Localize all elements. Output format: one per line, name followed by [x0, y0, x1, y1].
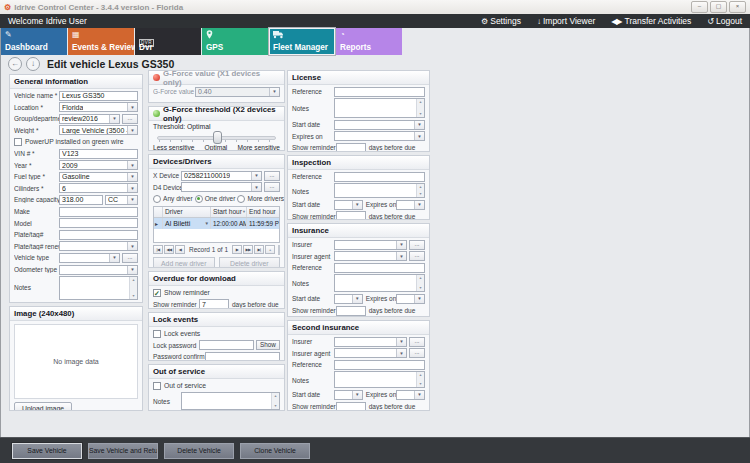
more-drivers-option[interactable]: More drivers — [237, 195, 285, 203]
scrollbar[interactable]: ▴▾ — [416, 184, 424, 197]
engine-capacity-input[interactable] — [59, 195, 103, 205]
x-device-select[interactable]: 025821100019▼ — [181, 171, 262, 181]
group-department-select[interactable]: review2016▼ — [59, 114, 120, 124]
general-notes-input[interactable]: ▴▾ — [59, 276, 138, 300]
inspection-reference-input[interactable] — [334, 172, 425, 182]
insurer-agent-browse-button[interactable]: ... — [409, 251, 425, 261]
logout-button[interactable]: ↺ Logout — [707, 16, 742, 26]
insurance-start-date-select[interactable]: ▼ — [334, 294, 363, 304]
second-insurance-reminder-input[interactable] — [336, 402, 366, 411]
plate-tag-input[interactable] — [59, 230, 138, 240]
inspection-reminder-input[interactable] — [336, 211, 366, 220]
weight-select[interactable]: Large Vehicle (3500 - 4500 pou...▼ — [59, 125, 138, 135]
driver-row[interactable]: ▸ Al Biletti▼ 12:00:00 AM 11:59:59 PM — [154, 218, 279, 229]
password-confirm-input[interactable] — [205, 352, 280, 361]
location-select[interactable]: Florida▼ — [59, 102, 138, 112]
d4-device-select[interactable]: ▼ — [181, 182, 262, 192]
nav-new-record-button[interactable]: + — [265, 245, 275, 254]
insurance-expires-select[interactable]: ▼ — [396, 294, 425, 304]
add-new-driver-button[interactable]: Add new driver — [153, 257, 215, 268]
cylinders-select[interactable]: 6▼ — [59, 183, 138, 193]
second-insurer-agent-browse-button[interactable]: ... — [409, 348, 425, 358]
insurance-notes-input[interactable]: ▴▾ — [334, 274, 425, 292]
fuel-type-select[interactable]: Gasoline▼ — [59, 172, 138, 182]
tab-fleet-manager[interactable]: Fleet Manager — [269, 28, 335, 55]
lock-password-input[interactable] — [199, 340, 254, 350]
overdue-reminder-input[interactable] — [199, 299, 229, 309]
model-input[interactable] — [59, 218, 138, 228]
back-button[interactable]: ← — [8, 57, 22, 71]
tab-gps[interactable]: GPS — [202, 28, 268, 55]
transfer-activities-button[interactable]: ◀▶ Transfer Activities — [611, 16, 691, 26]
nav-prev-page-button[interactable]: ◀◀ — [164, 245, 174, 254]
year-select[interactable]: 2009▼ — [59, 160, 138, 170]
save-vehicle-button[interactable]: Save Vehicle — [12, 443, 82, 459]
inspection-start-date-select[interactable]: ▼ — [334, 200, 363, 210]
make-input[interactable] — [59, 207, 138, 217]
out-of-service-checkbox[interactable] — [153, 382, 161, 390]
license-reference-input[interactable] — [334, 87, 425, 97]
nav-last-button[interactable]: ▶| — [254, 245, 264, 254]
plate-renewal-select[interactable]: ▼ — [59, 241, 138, 251]
filter-icon[interactable]: ▼ — [242, 209, 246, 214]
tab-dvr[interactable]: DVR Dvr — [135, 28, 201, 55]
scrollbar[interactable]: ▴▾ — [416, 372, 424, 387]
clone-vehicle-button[interactable]: Clone Vehicle — [240, 443, 310, 459]
settings-button[interactable]: ⚙ Settings — [481, 16, 521, 26]
license-start-date-select[interactable]: ▼ — [334, 120, 425, 130]
insurance-reference-input[interactable] — [334, 263, 425, 273]
second-insurer-agent-select[interactable]: ▼ — [334, 348, 407, 358]
scrollbar[interactable]: ▴▾ — [416, 99, 424, 117]
tab-events-reviews[interactable]: ▦ Events & Reviews — [68, 28, 134, 55]
scrollbar[interactable]: ▴▾ — [416, 275, 424, 291]
license-expires-select[interactable]: ▼ — [334, 131, 425, 141]
second-insurer-browse-button[interactable]: ... — [409, 337, 425, 347]
delete-vehicle-button[interactable]: Delete Vehicle — [164, 443, 234, 459]
delete-driver-button[interactable]: Delete driver — [219, 257, 281, 268]
show-password-button[interactable]: Show — [256, 340, 280, 350]
second-insurance-expires-select[interactable]: ▼ — [396, 390, 425, 400]
nav-next-button[interactable]: ▶ — [232, 245, 242, 254]
import-viewer-button[interactable]: ↓ Import Viewer — [537, 16, 595, 26]
any-driver-option[interactable]: Any driver — [153, 195, 195, 203]
vehicle-type-browse-button[interactable]: ... — [122, 253, 138, 263]
scroll-down-button[interactable]: ↓ — [26, 57, 40, 71]
odometer-type-select[interactable]: ▼ — [59, 265, 138, 275]
x-device-browse-button[interactable]: ... — [264, 171, 280, 181]
engine-unit-select[interactable]: CC▼ — [105, 195, 138, 205]
horizontal-scrollbar[interactable] — [278, 245, 280, 255]
nav-prev-button[interactable]: ◀ — [175, 245, 185, 254]
insurer-select[interactable]: ▼ — [334, 240, 407, 250]
lock-events-checkbox[interactable] — [153, 330, 161, 338]
minimize-button[interactable]: – — [691, 1, 708, 13]
scrollbar[interactable]: ▴▾ — [271, 393, 279, 409]
save-vehicle-return-button[interactable]: Save Vehicle and Return — [88, 443, 158, 459]
insurance-reminder-input[interactable] — [336, 306, 366, 316]
threshold-slider[interactable] — [157, 130, 276, 143]
group-browse-button[interactable]: ... — [122, 114, 138, 124]
one-driver-option[interactable]: One driver — [195, 195, 238, 203]
vehicle-type-select[interactable]: ▼ — [59, 253, 120, 263]
second-insurance-start-date-select[interactable]: ▼ — [334, 390, 363, 400]
maximize-button[interactable]: ▢ — [710, 1, 727, 13]
vehicle-name-input[interactable] — [59, 91, 138, 101]
powerup-checkbox[interactable] — [14, 138, 22, 146]
slider-thumb[interactable] — [213, 131, 222, 144]
d4-device-browse-button[interactable]: ... — [264, 182, 280, 192]
nav-first-button[interactable]: |◀ — [153, 245, 163, 254]
nav-next-page-button[interactable]: ▶▶ — [243, 245, 253, 254]
vin-input[interactable] — [59, 149, 138, 159]
second-insurer-select[interactable]: ▼ — [334, 337, 407, 347]
license-notes-input[interactable]: ▴▾ — [334, 98, 425, 118]
upload-image-button[interactable]: Upload image — [14, 402, 72, 411]
insurer-agent-select[interactable]: ▼ — [334, 251, 407, 261]
second-insurance-reference-input[interactable] — [334, 360, 425, 370]
tab-reports[interactable]: ◔ Reports — [336, 28, 402, 55]
license-reminder-input[interactable] — [336, 143, 366, 152]
show-reminder-checkbox[interactable]: ✓ — [153, 289, 161, 297]
close-button[interactable]: × — [729, 1, 746, 13]
out-of-service-notes-input[interactable]: ▴▾ — [181, 392, 280, 410]
inspection-expires-select[interactable]: ▼ — [396, 200, 425, 210]
scrollbar[interactable]: ▴▾ — [129, 277, 137, 299]
tab-dashboard[interactable]: ✎ Dashboard — [1, 28, 67, 55]
